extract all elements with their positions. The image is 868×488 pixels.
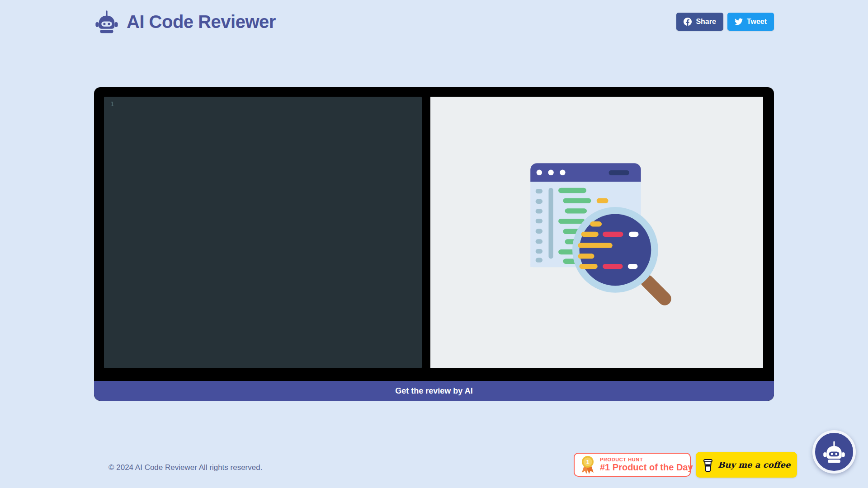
editor-gutter: 1 [104, 97, 422, 108]
robot-icon [822, 440, 846, 464]
brand: AI Code Reviewer [94, 9, 276, 34]
tweet-label: Tweet [747, 18, 767, 26]
share-label: Share [696, 18, 716, 26]
review-panel: 1 [94, 87, 774, 401]
medal-icon: 1 [580, 455, 595, 474]
tweet-button[interactable]: Tweet [727, 13, 774, 31]
robot-logo-icon [94, 9, 119, 34]
page: AI Code Reviewer Share Tweet 1 [0, 0, 868, 488]
code-editor[interactable]: 1 [104, 97, 422, 368]
buy-me-a-coffee-button[interactable]: Buy me a coffee [696, 452, 797, 478]
panels: 1 [94, 87, 774, 381]
product-hunt-title: #1 Product of the Day [600, 462, 693, 473]
share-group: Share Tweet [676, 13, 774, 31]
coffee-cup-icon [703, 458, 713, 472]
facebook-icon [684, 18, 692, 26]
buy-me-a-coffee-label: Buy me a coffee [718, 460, 790, 469]
copyright: © 2024 AI Code Reviewer All rights reser… [108, 463, 262, 472]
header: AI Code Reviewer Share Tweet [94, 9, 774, 34]
result-panel [430, 97, 763, 368]
twitter-icon [735, 18, 743, 26]
editor-line-number: 1 [110, 100, 114, 108]
product-hunt-kicker: PRODUCT HUNT [600, 457, 693, 463]
facebook-share-button[interactable]: Share [676, 13, 723, 31]
product-hunt-text: PRODUCT HUNT #1 Product of the Day [600, 457, 693, 473]
app-title: AI Code Reviewer [127, 12, 276, 32]
medal-rank: 1 [586, 459, 589, 465]
code-review-illustration [527, 161, 676, 310]
chatbot-fab[interactable] [812, 430, 856, 474]
product-hunt-badge[interactable]: 1 PRODUCT HUNT #1 Product of the Day [574, 453, 691, 477]
get-review-button[interactable]: Get the review by AI [94, 381, 774, 401]
